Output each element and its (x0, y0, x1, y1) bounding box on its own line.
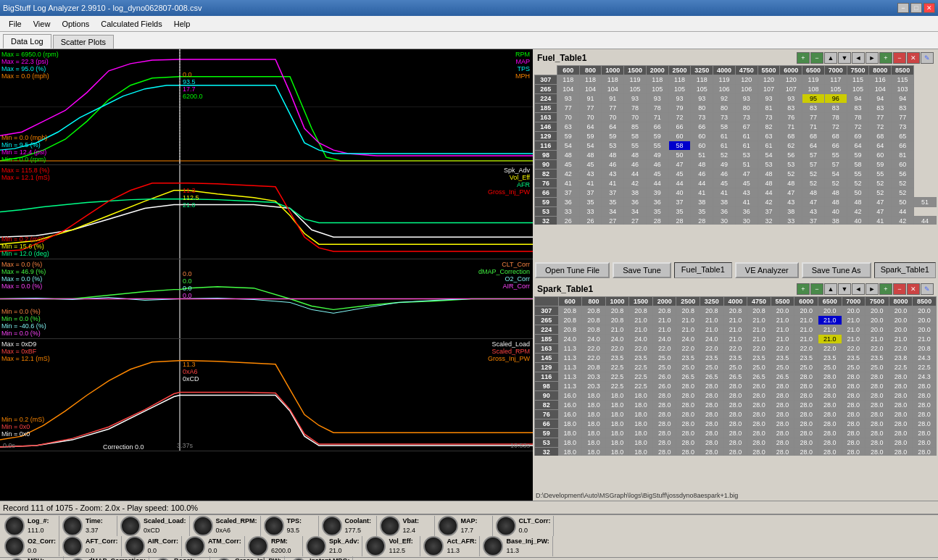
fuel-ctrl-right[interactable]: ► (866, 52, 879, 64)
graph4-val-v2: 0xA6 (183, 368, 199, 375)
graph3-label-min4: Min = 0.0 (%) (1, 330, 46, 337)
menu-help[interactable]: Help (168, 18, 196, 30)
gauge-row-2: O2_Corr: 0.0 AFT_Corr: 0.0 AIR_Corr: 0.0 (1, 536, 937, 556)
spark-table-scroll[interactable]: 6008001000150020002500325040004750550060… (534, 296, 937, 456)
gauge-coolant: Coolant: 177.5 (319, 516, 377, 536)
graph-section-2: Max = 115.8 (%) Max = 12.1 (mS) Min = 0.… (0, 165, 533, 259)
graph4-legend-inj: Gross_Inj_PW (488, 355, 530, 362)
menu-calculated-fields[interactable]: Calculated Fields (95, 18, 167, 30)
close-button[interactable]: ✕ (924, 3, 935, 13)
fuel-table-grid: 6008001000150020002500325040004750550060… (534, 65, 937, 225)
gauge-act-afr: Act_AFR: 11.3 (420, 536, 480, 556)
spark-ctrl-left[interactable]: ◄ (852, 283, 865, 295)
spark-table-controls: + − ▲ ▼ ◄ ► + − ✕ ✎ (797, 283, 934, 295)
fuel-ctrl-left[interactable]: ◄ (852, 52, 865, 64)
gauge-gross-inj-pw-circle (216, 558, 232, 561)
spark-table-title: Spark_Table1 (537, 284, 593, 294)
graph2-label-min1: Min = 0.2 (mS) (1, 235, 49, 243)
gauge-instant-mpg: Instant MPG: 1.933 (288, 556, 354, 560)
gauge-tps: TPS: 93.5 (261, 516, 319, 536)
graph2-label-max2: Max = 12.1 (mS) (1, 174, 50, 181)
gauge-boost-circle (155, 558, 171, 561)
fuel-ctrl-sub[interactable]: − (893, 52, 906, 64)
graph1-label-tps-min: Min = 9.5 (%) (1, 141, 47, 149)
graph1-legend-map: MAP (515, 58, 530, 65)
gauge-atm-corr-circle (185, 536, 205, 556)
spark-ctrl-up[interactable]: ▲ (824, 283, 837, 295)
gauge-vbat-circle (380, 516, 400, 536)
graph2-val-v1: 11.3 (183, 187, 199, 194)
spark-ctrl-x[interactable]: ✕ (907, 283, 920, 295)
graph-section-4: Max = 0xD9 Max = 0xBF Max = 12.1 (mS) Mi… (0, 339, 533, 451)
graph1-val-v3: 17.7 (183, 85, 203, 93)
gauge-time-circle (62, 516, 83, 536)
fuel-ctrl-add[interactable]: + (879, 52, 892, 64)
fuel-ctrl-x[interactable]: ✕ (907, 52, 920, 64)
fuel-ctrl-down[interactable]: ▼ (838, 52, 851, 64)
gauge-act-afr-circle (423, 536, 444, 556)
gauge-dmap-circle (70, 558, 86, 561)
gauge-air-corr: AIR_Corr: 0.0 (122, 536, 183, 556)
spark-ctrl-pencil[interactable]: ✎ (921, 283, 934, 295)
graph1-label-rpm-min: Min = 0.0 (rpm) (1, 156, 47, 163)
gauge-o2-corr: O2_Corr: 0.0 (1, 536, 59, 556)
gauge-spk-adv-circle (306, 536, 326, 556)
open-tune-button[interactable]: Open Tune File (535, 262, 610, 278)
fuel-ctrl-green-minus[interactable]: − (810, 52, 823, 64)
menu-view[interactable]: View (28, 18, 57, 30)
graph2-val-v3: 21.0 (183, 201, 199, 209)
fuel-table-title: Fuel_Table1 (537, 53, 586, 63)
spark-table-container: Spark_Table1 + − ▲ ▼ ◄ ► + − ✕ ✎ 6008001… (533, 280, 938, 491)
menu-bar: File View Options Calculated Fields Help (0, 16, 938, 32)
gauge-vol-eff-circle (365, 536, 386, 556)
window-title: BigStuff Log Analyzer 2.9910 - log_dyno0… (3, 4, 202, 12)
graph-section-1: Max = 6950.0 (rpm) Max = 22.3 (psi) Max … (0, 49, 533, 165)
gauge-clt-corr: CLT_Corr: 0.0 (493, 516, 555, 536)
graph1-label-mph-max: Max = 0.0 (mph) (1, 72, 59, 80)
spark-ctrl-sub[interactable]: − (893, 283, 906, 295)
fuel-table-scroll[interactable]: 6008001000150020002500325040004750550060… (534, 65, 937, 225)
maximize-button[interactable]: □ (910, 3, 922, 13)
graph1-label-map-max: Max = 22.3 (psi) (1, 58, 59, 65)
graph3-val-v4: 0.0 (183, 292, 192, 299)
minimize-button[interactable]: − (897, 3, 909, 13)
spark-ctrl-add[interactable]: + (879, 283, 892, 295)
spark-ctrl-green-minus[interactable]: − (810, 283, 823, 295)
graph1-label-mph-min: Min = 0.0 (mph) (1, 134, 47, 141)
gauge-base-inj-pw-circle (483, 536, 503, 556)
ve-analyzer-button[interactable]: VE Analyzer (735, 262, 799, 278)
fuel-ctrl-up[interactable]: ▲ (824, 52, 837, 64)
graph2-label-min2: Min = 15.6 (%) (1, 243, 49, 250)
save-tune-as-button[interactable]: Save Tune As (802, 262, 871, 278)
tab-scatter-plots[interactable]: Scatter Plots (53, 35, 114, 49)
window-controls: − □ ✕ (897, 3, 935, 13)
tab-data-log[interactable]: Data Log (3, 34, 51, 49)
graph3-label-min2: Min = 0.0 (%) (1, 315, 46, 322)
gauge-log: Log_#: 111.0 (1, 516, 59, 536)
menu-file[interactable]: File (3, 18, 28, 30)
graph-panel: Max = 6950.0 (rpm) Max = 22.3 (psi) Max … (0, 49, 533, 501)
graph4-val-v3: 0xCD (183, 375, 199, 383)
gauge-o2-corr-circle (4, 536, 25, 556)
fuel-ctrl-pencil[interactable]: ✎ (921, 52, 934, 64)
tune-buttons: Open Tune File Save Tune Fuel_Table1 VE … (533, 260, 938, 280)
gauge-row-3: MPH: 0.0 dMAP_Correction: 0.0 Boost: 17.… (6, 556, 353, 560)
spark-ctrl-down[interactable]: ▼ (838, 283, 851, 295)
fuel-ctrl-green-plus[interactable]: + (797, 52, 810, 64)
graph1-label-rpm-max: Max = 6950.0 (rpm) (1, 51, 59, 58)
graph3-legend-dmap: dMAP_Correction (478, 268, 530, 275)
graph1-val-v1: 0.0 (183, 71, 203, 78)
spark-ctrl-right[interactable]: ► (866, 283, 879, 295)
gauge-aft-corr-circle (62, 536, 83, 556)
file-path: D:\Development\Auto\MSGraph\logs\BigStuf… (533, 490, 938, 501)
graph3-label-max3: Max = 0.0 (%) (1, 275, 46, 283)
gauge-tps-circle (264, 516, 284, 536)
gauge-scaled-rpm-circle (193, 516, 213, 536)
gauge-atm-corr: ATM_Corr: 0.0 (182, 536, 245, 556)
spark-ctrl-green-plus[interactable]: + (797, 283, 810, 295)
graph3-legend-o2: O2_Corr (478, 275, 530, 283)
gauge-map: MAP: 17.7 (435, 516, 493, 536)
menu-options[interactable]: Options (56, 18, 95, 30)
gauge-base-inj-pw: Base_Inj_PW: 11.3 (480, 536, 552, 556)
save-tune-button[interactable]: Save Tune (613, 262, 671, 278)
